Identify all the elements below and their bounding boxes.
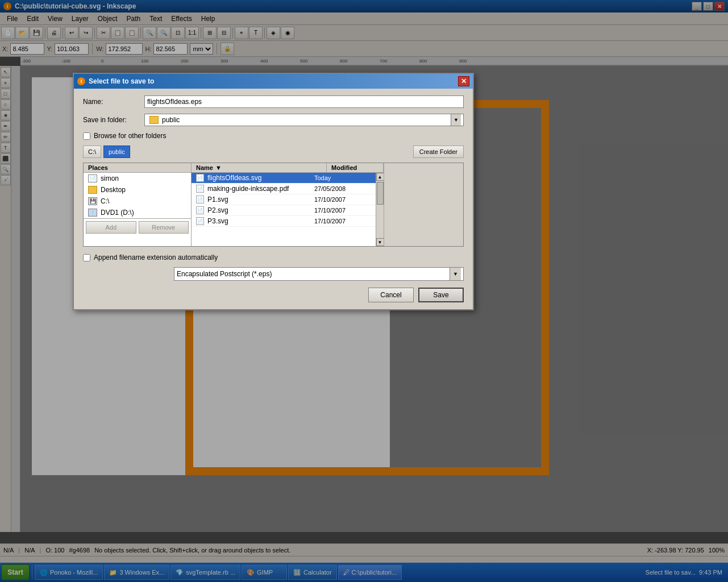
place-c-label: C:\ bbox=[101, 197, 109, 205]
place-simon[interactable]: 📄 simon bbox=[84, 173, 191, 184]
format-row: Encapsulated Postscript (*.eps) ▼ bbox=[83, 267, 464, 281]
file-flightsofideas-svg[interactable]: 📄 flightsOfIdeas.svg Today bbox=[192, 173, 376, 184]
browse-label: Browse for other folders bbox=[94, 132, 166, 140]
name-input[interactable] bbox=[144, 95, 464, 108]
file-p2[interactable]: 📄 P2.svg 17/10/2007 bbox=[192, 205, 376, 216]
save-label: Save bbox=[433, 291, 448, 299]
place-c-drive[interactable]: 💾 C:\ bbox=[84, 196, 191, 207]
save-in-label: Save in folder: bbox=[83, 116, 140, 124]
place-dvd[interactable]: 💿 DVD1 (D:\) bbox=[84, 207, 191, 218]
save-folder-row: Save in folder: public ▼ bbox=[83, 114, 464, 126]
append-ext-checkbox[interactable] bbox=[83, 254, 90, 261]
file-date-p1: 17/10/2007 bbox=[314, 196, 371, 203]
file-date-p3: 17/10/2007 bbox=[314, 218, 371, 225]
p2-file-icon: 📄 bbox=[196, 206, 204, 214]
svg-file-icon: 📄 bbox=[196, 174, 204, 182]
save-folder-dropdown[interactable]: ▼ bbox=[451, 114, 461, 126]
create-folder-button[interactable]: Create Folder bbox=[413, 146, 464, 158]
file-date-p2: 17/10/2007 bbox=[314, 207, 371, 214]
cancel-button[interactable]: Cancel bbox=[368, 288, 414, 302]
name-column-header[interactable]: Name ▼ bbox=[192, 163, 327, 172]
name-field-row: Name: bbox=[83, 95, 464, 108]
file-name-making-guide: making-guide-inkscape.pdf bbox=[207, 185, 314, 193]
name-col-label: Name bbox=[196, 164, 213, 171]
format-combo[interactable]: Encapsulated Postscript (*.eps) ▼ bbox=[174, 267, 464, 281]
cancel-label: Cancel bbox=[380, 291, 401, 299]
file-making-guide[interactable]: 📄 making-guide-inkscape.pdf 27/05/2008 bbox=[192, 184, 376, 194]
place-dvd-label: DVD1 (D:\) bbox=[101, 209, 134, 217]
file-p1[interactable]: 📄 P1.svg 17/10/2007 bbox=[192, 194, 376, 205]
sort-arrow: ▼ bbox=[215, 164, 222, 171]
place-desktop[interactable]: Desktop bbox=[84, 184, 191, 196]
dialog-close-button[interactable]: ✕ bbox=[458, 76, 469, 86]
dialog-buttons: Cancel Save bbox=[83, 288, 464, 302]
save-folder-value: public bbox=[162, 116, 180, 124]
path-c-button[interactable]: C:\ bbox=[83, 146, 101, 158]
file-name-p1: P1.svg bbox=[207, 196, 314, 203]
folder-icon bbox=[149, 116, 159, 124]
save-folder-combo[interactable]: public ▼ bbox=[144, 114, 464, 126]
file-p3[interactable]: 📄 P3.svg 17/10/2007 bbox=[192, 216, 376, 227]
file-name-p3: P3.svg bbox=[207, 217, 314, 225]
scroll-up-arrow[interactable]: ▲ bbox=[376, 173, 384, 181]
modified-col-label: Modified bbox=[331, 164, 357, 171]
path-c-label: C:\ bbox=[88, 148, 96, 155]
desktop-icon bbox=[88, 186, 97, 194]
files-header: Name ▼ Modified bbox=[192, 163, 384, 173]
name-label: Name: bbox=[83, 98, 140, 106]
files-scrollbar[interactable]: ▲ ▼ bbox=[376, 173, 384, 246]
places-header: Places bbox=[84, 163, 191, 173]
path-public-button[interactable]: public bbox=[103, 146, 130, 158]
create-folder-label: Create Folder bbox=[419, 148, 457, 155]
format-label: Encapsulated Postscript (*.eps) bbox=[177, 270, 272, 278]
add-label: Add bbox=[105, 224, 117, 231]
place-desktop-label: Desktop bbox=[101, 186, 126, 194]
append-ext-label: Append filename extension automatically bbox=[94, 253, 218, 261]
dialog-overlay: I Select file to save to ✕ Name: Save in… bbox=[0, 0, 728, 582]
preview-panel bbox=[384, 163, 463, 246]
dvd-icon: 💿 bbox=[88, 209, 97, 217]
place-simon-label: simon bbox=[101, 174, 119, 182]
path-bar: C:\ public Create Folder bbox=[83, 146, 464, 158]
save-button[interactable]: Save bbox=[418, 288, 464, 302]
pdf-file-icon: 📄 bbox=[196, 185, 204, 193]
files-with-scroll: 📄 flightsOfIdeas.svg Today 📄 making-guid… bbox=[192, 173, 384, 246]
file-date-flightsofideas: Today bbox=[314, 174, 371, 181]
browse-check-row: Browse for other folders bbox=[83, 132, 464, 140]
c-drive-icon: 💾 bbox=[88, 197, 97, 205]
close-icon: ✕ bbox=[461, 77, 467, 85]
files-panel: Name ▼ Modified 📄 flightsOfIdeas.svg bbox=[192, 163, 384, 246]
simon-icon: 📄 bbox=[88, 174, 97, 182]
modified-column-header[interactable]: Modified bbox=[327, 163, 384, 172]
scroll-down-arrow[interactable]: ▼ bbox=[376, 238, 384, 246]
dialog-titlebar: I Select file to save to ✕ bbox=[74, 74, 473, 89]
p1-file-icon: 📄 bbox=[196, 196, 204, 203]
dialog-title: Select file to save to bbox=[89, 77, 154, 85]
file-date-making-guide: 27/05/2008 bbox=[314, 185, 371, 192]
scroll-thumb[interactable] bbox=[377, 182, 384, 205]
file-name-p2: P2.svg bbox=[207, 206, 314, 214]
places-panel: Places 📄 simon Desktop 💾 C:\ 💿 bbox=[84, 163, 192, 246]
save-dialog: I Select file to save to ✕ Name: Save in… bbox=[73, 73, 474, 310]
append-ext-row: Append filename extension automatically bbox=[83, 253, 464, 261]
file-browser: Places 📄 simon Desktop 💾 C:\ 💿 bbox=[83, 163, 464, 247]
dialog-body: Name: Save in folder: public ▼ Browse fo… bbox=[74, 89, 473, 309]
p3-file-icon: 📄 bbox=[196, 217, 204, 225]
files-list: 📄 flightsOfIdeas.svg Today 📄 making-guid… bbox=[192, 173, 376, 246]
remove-place-button[interactable]: Remove bbox=[139, 221, 189, 234]
remove-label: Remove bbox=[152, 224, 175, 231]
format-combo-arrow[interactable]: ▼ bbox=[450, 268, 461, 280]
add-place-button[interactable]: Add bbox=[86, 221, 136, 234]
save-folder-display: public bbox=[147, 116, 451, 124]
dialog-icon: I bbox=[77, 77, 85, 85]
file-name-flightsofideas: flightsOfIdeas.svg bbox=[207, 174, 314, 182]
path-public-label: public bbox=[109, 148, 125, 155]
browse-checkbox[interactable] bbox=[83, 132, 90, 140]
places-actions: Add Remove bbox=[84, 218, 191, 236]
